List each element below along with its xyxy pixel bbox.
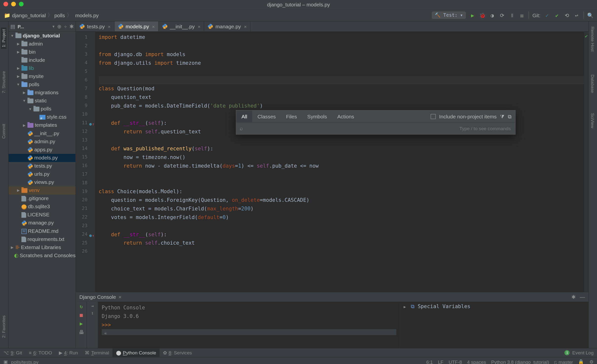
vcs-commit-icon[interactable]: ✔: [554, 12, 560, 18]
search-everywhere-popup[interactable]: All Classes Files Symbols Actions Includ…: [236, 110, 515, 135]
include-non-project-checkbox[interactable]: [431, 114, 436, 119]
project-tree[interactable]: ▼django_tutorial▶admin▶bin▶include▶lib▶m…: [9, 32, 76, 348]
status-interpreter[interactable]: Python 3.8 (django_tutorial): [491, 359, 549, 364]
minimize-window-icon[interactable]: [11, 2, 16, 6]
gutter-line[interactable]: 14: [76, 144, 95, 153]
debug-icon[interactable]: 🐞: [479, 12, 486, 18]
tree-row[interactable]: ▶venv: [9, 187, 76, 195]
expand-arrow-icon[interactable]: ▶: [404, 305, 406, 309]
search-everywhere-input[interactable]: [247, 125, 459, 131]
code-line[interactable]: class Choice(models.Model):: [99, 187, 584, 196]
execute-icon[interactable]: ▶: [80, 321, 83, 327]
code-line[interactable]: [99, 136, 584, 144]
gutter-line[interactable]: 24↑: [76, 230, 95, 239]
tree-row[interactable]: ▶__init__.py: [9, 129, 76, 138]
code-line[interactable]: return self.choice_text: [99, 239, 584, 247]
gutter-line[interactable]: 11↑: [76, 119, 95, 127]
gutter-line[interactable]: 20: [76, 196, 95, 205]
bottom-tool-button[interactable]: ≡6: TODO: [25, 348, 55, 357]
soft-wrap-icon[interactable]: ⇥: [91, 303, 94, 308]
editor-content[interactable]: import datetime from django.db import mo…: [95, 32, 584, 292]
project-view-title[interactable]: P...: [17, 24, 24, 29]
bottom-tool-bar[interactable]: ⌥9: Git≡6: TODO▶4: Run⌘Terminal⬤Python C…: [0, 348, 597, 357]
tree-row[interactable]: ▼polls: [9, 105, 76, 113]
tree-arrow-icon[interactable]: ▶: [16, 40, 20, 48]
tree-row[interactable]: ▼static: [9, 97, 76, 105]
tree-row[interactable]: ▶db.sqlite3: [9, 203, 76, 211]
rerun-icon[interactable]: ↻: [80, 303, 83, 309]
code-editor[interactable]: 1234567891011↑12131415161718192021222324…: [76, 32, 588, 292]
tree-row[interactable]: ▼django_tutorial: [9, 32, 76, 40]
gutter-line[interactable]: 19: [76, 187, 95, 196]
run-icon[interactable]: ▶: [469, 12, 476, 18]
se-tab-symbols[interactable]: Symbols: [302, 111, 332, 122]
status-line-sep[interactable]: LF: [438, 359, 443, 364]
close-tab-icon[interactable]: ×: [152, 24, 155, 29]
scroll-end-icon[interactable]: ↧: [91, 311, 94, 316]
breadcrumb-item[interactable]: models.py: [75, 12, 99, 18]
tree-arrow-icon[interactable]: ▶: [16, 187, 20, 195]
close-tab-icon[interactable]: ×: [118, 294, 121, 300]
tool-structure-button[interactable]: 7: Structure: [1, 69, 6, 95]
gutter-line[interactable]: 3: [76, 50, 95, 59]
tree-row[interactable]: ▶tests.py: [9, 162, 76, 170]
maximize-window-icon[interactable]: [19, 2, 24, 6]
status-lock-icon[interactable]: 🔒: [578, 359, 584, 364]
error-stripe[interactable]: ✔: [584, 32, 588, 292]
console-variables-pane[interactable]: ▶ ⧉ Special Variables: [400, 302, 588, 348]
tree-row[interactable]: ▶apps.py: [9, 146, 76, 154]
search-icon[interactable]: 🔍: [587, 12, 594, 18]
editor-tabs[interactable]: tests.py×models.py×__init__.py×manage.py…: [76, 21, 588, 32]
code-line[interactable]: now = timezone.now(): [99, 153, 584, 162]
tool-commit-button[interactable]: Commit: [1, 122, 6, 140]
editor-tab[interactable]: models.py×: [115, 21, 159, 31]
tree-arrow-icon[interactable]: ▶: [16, 72, 20, 80]
editor-gutter[interactable]: 1234567891011↑12131415161718192021222324…: [76, 32, 95, 292]
tree-arrow-icon[interactable]: ▶: [22, 121, 26, 129]
tool-windows-icon[interactable]: ▣: [3, 359, 8, 364]
gutter-line[interactable]: 5: [76, 67, 95, 76]
code-line[interactable]: [99, 170, 584, 179]
code-line[interactable]: [99, 42, 584, 50]
code-line[interactable]: votes = models.IntegerField(default=0): [99, 213, 584, 222]
tree-row[interactable]: ▶admin: [9, 40, 76, 48]
close-tab-icon[interactable]: ×: [198, 24, 200, 29]
tool-project-button[interactable]: 1: Project: [1, 27, 6, 49]
tree-row[interactable]: ▶bin: [9, 48, 76, 56]
se-tab-files[interactable]: Files: [281, 111, 302, 122]
tree-row[interactable]: ▶views.py: [9, 178, 76, 186]
code-line[interactable]: [99, 222, 584, 230]
editor-tab[interactable]: __init__.py×: [159, 21, 204, 31]
breadcrumb[interactable]: 📁 django_tutorial 〉 polls 〉 models.py: [0, 12, 99, 19]
tool-database-button[interactable]: Database: [590, 73, 595, 95]
close-tab-icon[interactable]: ×: [244, 24, 247, 29]
gutter-line[interactable]: 9: [76, 102, 95, 110]
breadcrumb-item[interactable]: django_tutorial: [12, 12, 46, 18]
bottom-tool-button[interactable]: ▶4: Run: [55, 348, 81, 357]
chevron-down-icon[interactable]: ▾: [52, 24, 55, 28]
console-tab-title[interactable]: Django Console: [79, 294, 116, 300]
pin-icon[interactable]: ⧉: [508, 113, 512, 119]
gutter-line[interactable]: 2: [76, 42, 95, 50]
code-line[interactable]: return now - datetime.timedelta(days=1) …: [99, 162, 584, 170]
filter-icon[interactable]: ⧩: [500, 113, 504, 119]
run-config-selector[interactable]: 🔨 Test: ▾: [432, 12, 466, 19]
tree-arrow-icon[interactable]: ▼: [28, 105, 32, 113]
tree-row[interactable]: ▶LICENSE: [9, 211, 76, 219]
tool-sciview-button[interactable]: SciView: [590, 111, 595, 130]
window-controls[interactable]: [3, 2, 24, 6]
se-tab-actions[interactable]: Actions: [332, 111, 359, 122]
tree-row[interactable]: ▶lib: [9, 64, 76, 72]
expand-all-icon[interactable]: ÷: [64, 23, 67, 29]
se-tab-classes[interactable]: Classes: [252, 111, 281, 122]
tree-row[interactable]: ▶requirements.txt: [9, 235, 76, 243]
gutter-line[interactable]: 17: [76, 170, 95, 179]
tree-row[interactable]: ▶style.css: [9, 113, 76, 121]
tree-row[interactable]: ▶include: [9, 56, 76, 64]
vcs-history-icon[interactable]: ⟲: [564, 12, 570, 18]
profile-icon[interactable]: ⟳: [499, 12, 505, 18]
tree-row[interactable]: ▶MREADME.md: [9, 227, 76, 235]
gutter-line[interactable]: 1: [76, 33, 95, 42]
code-line[interactable]: question_text: [99, 93, 584, 102]
select-opened-file-icon[interactable]: ⊕: [57, 23, 61, 29]
